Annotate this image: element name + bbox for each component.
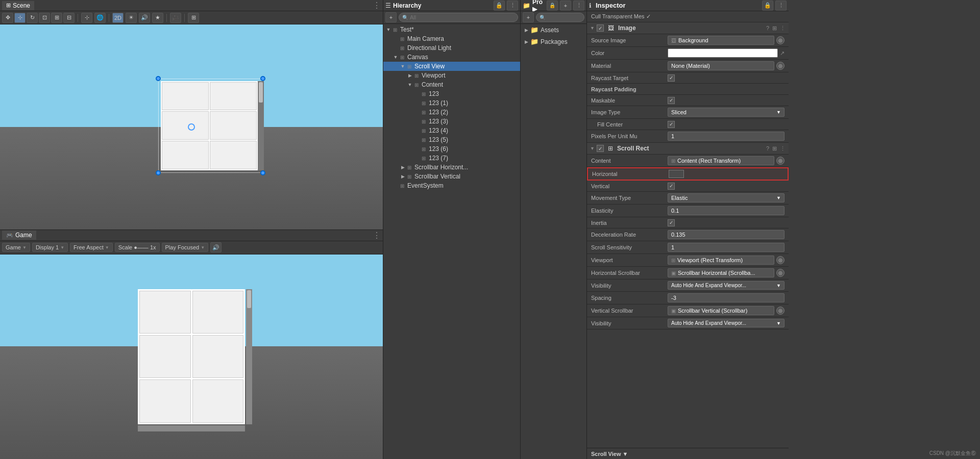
scroll-view-bottom-label[interactable]: Scroll View ▼ xyxy=(591,451,785,457)
game-dropdown[interactable]: Game ▼ xyxy=(2,243,30,252)
handle-tl[interactable] xyxy=(156,76,161,81)
hierarchy-add-btn[interactable]: + xyxy=(385,12,397,22)
h-scrollbar-pick-btn[interactable]: ◎ xyxy=(776,269,785,277)
tree-item-camera[interactable]: ⊞Main Camera xyxy=(383,34,520,43)
light-btn[interactable]: ☀ xyxy=(126,13,137,23)
hierarchy-lock-btn[interactable]: 🔒 xyxy=(494,1,505,11)
tree-item-i123_3[interactable]: ⊞123 (3) xyxy=(383,117,520,126)
game-scrollbar-h[interactable] xyxy=(138,425,245,431)
deceleration-rate-input[interactable] xyxy=(668,230,785,239)
rect-tool[interactable]: ⊞ xyxy=(51,13,62,23)
assets-more-btn[interactable]: ⋮ xyxy=(573,1,584,11)
hierarchy-search-input[interactable] xyxy=(410,14,514,20)
color-picker-icon[interactable]: ↗ xyxy=(780,50,785,57)
tree-item-scrollbar_v[interactable]: ▶⊞Scrollbar Vertical xyxy=(383,172,520,181)
scroll-sensitivity-input[interactable] xyxy=(668,243,785,252)
tree-item-viewport[interactable]: ▶⊞Viewport xyxy=(383,71,520,80)
pixels-per-unit-input[interactable] xyxy=(668,132,785,141)
image-enabled-check[interactable]: ✓ xyxy=(597,24,604,32)
fx-btn[interactable]: ★ xyxy=(152,13,163,23)
tree-item-i123_6[interactable]: ⊞123 (6) xyxy=(383,144,520,154)
assets-item-assets[interactable]: ▶ 📁 Assets xyxy=(521,24,586,36)
image-type-dropdown[interactable]: Sliced ▼ xyxy=(668,108,785,117)
assets-item-packages[interactable]: ▶ 📁 Packages xyxy=(521,36,586,47)
visibility-v-dropdown[interactable]: Auto Hide And Expand Viewpor... ▼ xyxy=(668,319,785,327)
audio-btn[interactable]: 🔊 xyxy=(139,13,150,23)
source-image-ref[interactable]: 🖼 Background xyxy=(668,36,774,45)
image-component-header[interactable]: ▼ ✓ 🖼 Image ? ⊞ ⋮ xyxy=(587,22,789,34)
assets-search-add-btn[interactable]: + xyxy=(523,12,534,22)
tab-scene[interactable]: ⊞ Scene xyxy=(2,1,34,10)
display-dropdown[interactable]: Display 1 ▼ xyxy=(32,243,68,252)
tree-item-scrollbar_h[interactable]: ▶⊞Scrollbar Horizont... xyxy=(383,163,520,172)
scene-scrollbar-v[interactable] xyxy=(258,81,264,170)
scale-tool[interactable]: ⊡ xyxy=(39,13,50,23)
scroll-rect-enabled-check[interactable]: ✓ xyxy=(597,145,604,152)
move-tool[interactable]: ⊹ xyxy=(14,13,26,23)
tree-item-content[interactable]: ▼⊞Content xyxy=(383,80,520,89)
material-pick-btn[interactable]: ◎ xyxy=(776,62,785,70)
scroll-rect-component-header[interactable]: ▼ ✓ ⊞ Scroll Rect ? ⊞ ⋮ xyxy=(587,143,789,155)
handle-br[interactable] xyxy=(260,170,265,175)
inspector-lock-btn[interactable]: 🔒 xyxy=(762,1,773,11)
inertia-check[interactable]: ✓ xyxy=(668,219,675,226)
image-more-icon[interactable]: ⋮ xyxy=(780,25,786,32)
2d-btn[interactable]: 2D xyxy=(112,13,124,23)
camera-btn[interactable]: 🎥 xyxy=(170,13,181,23)
tree-item-eventsys[interactable]: ⊞EventSystem xyxy=(383,181,520,190)
source-image-pick-btn[interactable]: ◎ xyxy=(776,36,785,44)
tree-item-scrollview[interactable]: ▼⊞Scroll View xyxy=(383,62,520,71)
image-help-icon[interactable]: ? xyxy=(766,25,769,32)
elasticity-input[interactable] xyxy=(668,206,785,215)
tree-item-i123_5[interactable]: ⊞123 (5) xyxy=(383,135,520,144)
v-scrollbar-pick-btn[interactable]: ◎ xyxy=(776,307,785,315)
transform-tool[interactable]: ⊟ xyxy=(63,13,75,23)
viewport-pick-btn[interactable]: ◎ xyxy=(776,256,785,264)
tab-game[interactable]: 🎮 Game xyxy=(2,231,36,240)
assets-lock-btn[interactable]: 🔒 xyxy=(547,1,558,11)
game-scrollbar-thumb[interactable] xyxy=(247,290,251,308)
viewport-ref[interactable]: ⊞ Viewport (Rect Transform) xyxy=(668,256,774,265)
tree-item-dlight[interactable]: ⊞Directional Light xyxy=(383,43,520,53)
game-panel-more[interactable]: ⋮ xyxy=(373,231,381,240)
fill-center-check[interactable]: ✓ xyxy=(668,121,675,128)
horizontal-check[interactable] xyxy=(669,170,684,178)
scene-panel-more[interactable]: ⋮ xyxy=(373,1,381,10)
v-scrollbar-ref[interactable]: ▣ Scrollbar Vertical (Scrollbar) xyxy=(668,306,774,315)
scroll-rect-help-icon[interactable]: ? xyxy=(766,145,769,152)
visibility-h-dropdown[interactable]: Auto Hide And Expand Viewpor... ▼ xyxy=(668,281,785,290)
assets-search-bar[interactable]: 🔍 xyxy=(536,13,584,22)
rotate-tool[interactable]: ↻ xyxy=(27,13,38,23)
assets-search-input[interactable] xyxy=(546,14,581,20)
vertical-check[interactable]: ✓ xyxy=(668,183,675,190)
aspect-dropdown[interactable]: Free Aspect ▼ xyxy=(70,243,113,252)
movement-type-dropdown[interactable]: Elastic ▼ xyxy=(668,193,785,202)
spacing-input[interactable] xyxy=(668,293,785,302)
play-focused-dropdown[interactable]: Play Focused ▼ xyxy=(162,243,209,252)
tree-item-i123_7[interactable]: ⊞123 (7) xyxy=(383,154,520,163)
scroll-rect-preset-icon[interactable]: ⊞ xyxy=(772,145,777,152)
color-swatch[interactable] xyxy=(668,48,778,58)
tree-item-i123_1[interactable]: ⊞123 (1) xyxy=(383,98,520,108)
raycast-target-check[interactable]: ✓ xyxy=(668,74,675,82)
tree-item-i123_4[interactable]: ⊞123 (4) xyxy=(383,126,520,135)
tree-item-i123_2[interactable]: ⊞123 (2) xyxy=(383,108,520,117)
hierarchy-more-btn[interactable]: ⋮ xyxy=(507,1,518,11)
h-scrollbar-ref[interactable]: ▣ Scrollbar Horizontal (Scrollba... xyxy=(668,268,774,277)
gizmo-btn[interactable]: ⊞ xyxy=(188,13,199,23)
inspector-more-btn[interactable]: ⋮ xyxy=(775,1,787,11)
material-ref[interactable]: None (Material) xyxy=(668,61,774,70)
pivot-btn[interactable]: ⊹ xyxy=(81,13,92,23)
handle-tr[interactable] xyxy=(260,76,265,81)
handle-bl[interactable] xyxy=(156,170,161,175)
hand-tool[interactable]: ✥ xyxy=(2,13,13,23)
tree-item-i123_0[interactable]: ⊞123 xyxy=(383,89,520,98)
scale-control[interactable]: Scale ●—— 1x xyxy=(115,243,160,252)
image-preset-icon[interactable]: ⊞ xyxy=(772,25,777,32)
game-scrollbar-v[interactable] xyxy=(246,289,252,424)
global-btn[interactable]: 🌐 xyxy=(94,13,106,23)
scene-scrollbar-thumb[interactable] xyxy=(259,82,263,103)
scroll-rect-more-icon[interactable]: ⋮ xyxy=(780,145,786,152)
maskable-check[interactable]: ✓ xyxy=(668,97,675,104)
tree-item-canvas[interactable]: ▼⊞Canvas xyxy=(383,53,520,62)
